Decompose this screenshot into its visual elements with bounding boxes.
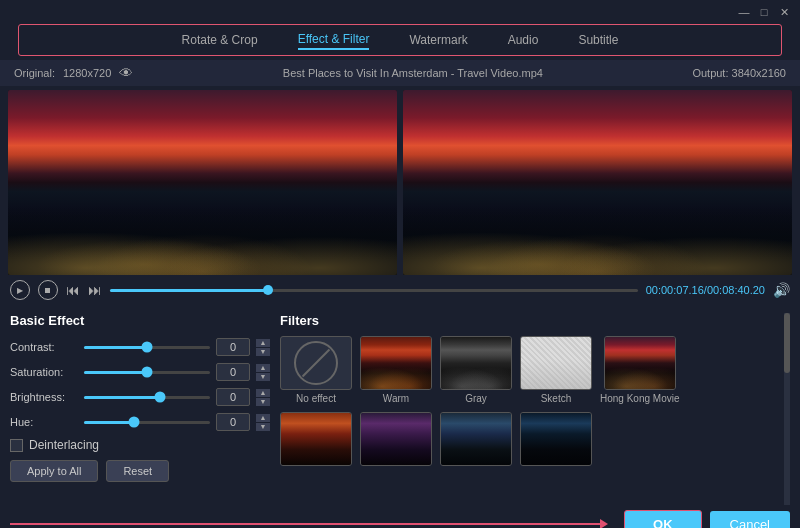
- contrast-value[interactable]: [216, 338, 250, 356]
- video-area: [0, 90, 800, 275]
- brightness-down[interactable]: ▼: [256, 398, 270, 406]
- hue-down[interactable]: ▼: [256, 423, 270, 431]
- deinterlacing-label: Deinterlacing: [29, 438, 99, 452]
- tab-rotate-crop[interactable]: Rotate & Crop: [182, 31, 258, 49]
- maximize-button[interactable]: □: [756, 4, 772, 20]
- brightness-value[interactable]: [216, 388, 250, 406]
- contrast-row: Contrast: ▲ ▼: [10, 338, 270, 356]
- filter-thumb-no-effect: [280, 336, 352, 390]
- tab-subtitle[interactable]: Subtitle: [578, 31, 618, 49]
- play-button[interactable]: ▶: [10, 280, 30, 300]
- filter-thumb-gray: [440, 336, 512, 390]
- output-label: Output:: [692, 67, 728, 79]
- tab-effect-filter[interactable]: Effect & Filter: [298, 30, 370, 50]
- filter-label-sketch: Sketch: [541, 393, 572, 404]
- contrast-slider[interactable]: [84, 346, 210, 349]
- filter-label-warm: Warm: [383, 393, 409, 404]
- apply-to-all-button[interactable]: Apply to All: [10, 460, 98, 482]
- original-label: Original:: [14, 67, 55, 79]
- original-video-panel: [8, 90, 397, 275]
- stop-button[interactable]: ⏹: [38, 280, 58, 300]
- tab-watermark[interactable]: Watermark: [409, 31, 467, 49]
- filter-label-no-effect: No effect: [296, 393, 336, 404]
- filters-grid-row2: [280, 412, 790, 469]
- hue-row: Hue: ▲ ▼: [10, 413, 270, 431]
- ok-button[interactable]: OK: [624, 510, 702, 529]
- filter-label-gray: Gray: [465, 393, 487, 404]
- filter-item-warm[interactable]: Warm: [360, 336, 432, 404]
- brightness-row: Brightness: ▲ ▼: [10, 388, 270, 406]
- brightness-label: Brightness:: [10, 391, 78, 403]
- brightness-up[interactable]: ▲: [256, 389, 270, 397]
- file-name: Best Places to Visit In Amsterdam - Trav…: [283, 67, 543, 79]
- skip-forward-button[interactable]: ⏭: [88, 282, 102, 298]
- filter-item-no-effect[interactable]: No effect: [280, 336, 352, 404]
- filters-panel: Filters No effect Warm: [280, 313, 790, 505]
- contrast-label: Contrast:: [10, 341, 78, 353]
- action-buttons: Apply to All Reset: [10, 460, 270, 482]
- time-display: 00:00:07.16/00:08:40.20: [646, 284, 765, 296]
- reset-button[interactable]: Reset: [106, 460, 169, 482]
- filters-grid: No effect Warm Gray: [280, 336, 790, 404]
- close-button[interactable]: ✕: [776, 4, 792, 20]
- bottom-area: Basic Effect Contrast: ▲ ▼ Saturation:: [0, 305, 800, 505]
- filter-thumb-r2c: [440, 412, 512, 466]
- hue-slider[interactable]: [84, 421, 210, 424]
- saturation-down[interactable]: ▼: [256, 373, 270, 381]
- hue-label: Hue:: [10, 416, 78, 428]
- filter-thumb-r2b: [360, 412, 432, 466]
- tab-bar: Rotate & Crop Effect & Filter Watermark …: [18, 24, 782, 56]
- footer: OK Cancel: [0, 505, 800, 528]
- minimize-button[interactable]: —: [736, 4, 752, 20]
- filter-thumb-r2a: [280, 412, 352, 466]
- saturation-label: Saturation:: [10, 366, 78, 378]
- filter-item-hk-movie[interactable]: Hong Kong Movie: [600, 336, 680, 404]
- cancel-button[interactable]: Cancel: [710, 511, 790, 529]
- filters-scrollbar[interactable]: [784, 313, 790, 505]
- tab-audio[interactable]: Audio: [508, 31, 539, 49]
- basic-effect-title: Basic Effect: [10, 313, 270, 328]
- preview-video-panel: [403, 90, 792, 275]
- filter-item-r2a[interactable]: [280, 412, 352, 469]
- skip-back-button[interactable]: ⏮: [66, 282, 80, 298]
- output-resolution: 3840x2160: [732, 67, 786, 79]
- filter-thumb-warm: [360, 336, 432, 390]
- hue-up[interactable]: ▲: [256, 414, 270, 422]
- hue-value[interactable]: [216, 413, 250, 431]
- arrow-indicator: [10, 519, 608, 528]
- info-bar: Original: 1280x720 👁 Best Places to Visi…: [0, 60, 800, 86]
- title-bar: — □ ✕: [0, 0, 800, 24]
- saturation-value[interactable]: [216, 363, 250, 381]
- filter-item-gray[interactable]: Gray: [440, 336, 512, 404]
- playback-bar: ▶ ⏹ ⏮ ⏭ 00:00:07.16/00:08:40.20 🔊: [0, 275, 800, 305]
- filter-label-hk-movie: Hong Kong Movie: [600, 393, 680, 404]
- saturation-row: Saturation: ▲ ▼: [10, 363, 270, 381]
- basic-effect-panel: Basic Effect Contrast: ▲ ▼ Saturation:: [10, 313, 270, 505]
- filters-title: Filters: [280, 313, 790, 328]
- progress-bar[interactable]: [110, 289, 638, 292]
- filter-item-r2d[interactable]: [520, 412, 592, 469]
- preview-toggle-icon[interactable]: 👁: [119, 65, 133, 81]
- contrast-up[interactable]: ▲: [256, 339, 270, 347]
- deinterlacing-row: Deinterlacing: [10, 438, 270, 452]
- brightness-slider[interactable]: [84, 396, 210, 399]
- deinterlacing-checkbox[interactable]: [10, 439, 23, 452]
- volume-icon[interactable]: 🔊: [773, 282, 790, 298]
- saturation-up[interactable]: ▲: [256, 364, 270, 372]
- saturation-slider[interactable]: [84, 371, 210, 374]
- filter-thumb-sketch: [520, 336, 592, 390]
- filter-thumb-r2d: [520, 412, 592, 466]
- filter-item-r2b[interactable]: [360, 412, 432, 469]
- filter-thumb-hk-movie: [604, 336, 676, 390]
- contrast-down[interactable]: ▼: [256, 348, 270, 356]
- filter-item-r2c[interactable]: [440, 412, 512, 469]
- filter-item-sketch[interactable]: Sketch: [520, 336, 592, 404]
- original-resolution: 1280x720: [63, 67, 111, 79]
